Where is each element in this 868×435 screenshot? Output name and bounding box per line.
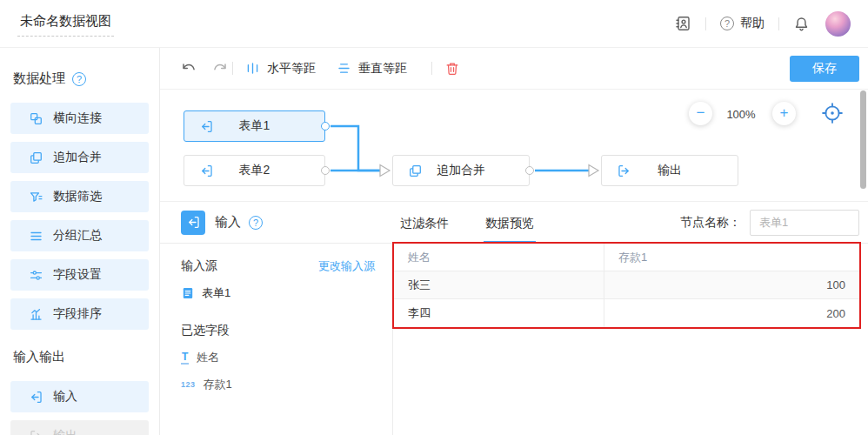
- redo-button[interactable]: [212, 60, 229, 77]
- tab-filter-conditions[interactable]: 过滤条件: [398, 202, 451, 244]
- node-name-input[interactable]: [750, 210, 859, 236]
- join-icon: [29, 111, 43, 126]
- input-icon: [29, 390, 43, 405]
- app-window: 未命名数据视图 ? 帮助 数据处理 ? 横向连接: [0, 0, 868, 435]
- locate-center-button[interactable]: [821, 102, 844, 124]
- help-label: 帮助: [740, 16, 765, 31]
- output-port[interactable]: [525, 166, 534, 175]
- sidebar-item-label: 字段设置: [53, 267, 102, 283]
- sidebar-item-field-settings[interactable]: 字段设置: [10, 259, 149, 291]
- body: 数据处理 ? 横向连接 追加合并 数据筛选 分组汇总 字段设置: [0, 48, 868, 435]
- field-sort-icon: [29, 307, 43, 322]
- horizontal-spacing-icon: [245, 61, 260, 76]
- undo-button[interactable]: [180, 60, 197, 77]
- zoom-in-button[interactable]: +: [772, 102, 796, 125]
- bell-icon[interactable]: [793, 16, 810, 32]
- field-item-deposit1[interactable]: 123 存款1: [181, 377, 375, 392]
- panel-header: 输入 ? 过滤条件 数据预览 节点名称：: [160, 202, 868, 244]
- panel-tabs: 过滤条件 数据预览: [398, 202, 569, 244]
- append-merge-icon: [408, 164, 423, 178]
- horizontal-spacing-label: 水平等距: [267, 61, 316, 77]
- sidebar-item-label: 分组汇总: [53, 228, 102, 244]
- node-output[interactable]: 输出: [601, 155, 738, 186]
- node-name-group: 节点名称：: [680, 210, 859, 236]
- input-icon: [199, 119, 214, 134]
- sidebar-item-label: 数据筛选: [53, 189, 102, 204]
- number-field-icon: 123: [181, 380, 196, 389]
- question-circle-icon[interactable]: ?: [249, 216, 263, 230]
- selected-fields-label: 已选字段: [181, 323, 375, 338]
- save-button[interactable]: 保存: [790, 56, 859, 82]
- node-form1[interactable]: 表单1: [184, 110, 325, 142]
- field-name: 姓名: [197, 350, 219, 365]
- annotation-red-box: 姓名 存款1 张三 100 李四 200: [392, 242, 861, 329]
- output-icon: [617, 164, 631, 178]
- sidebar-item-output: 输出: [10, 420, 149, 435]
- avatar[interactable]: [825, 11, 851, 37]
- zoom-out-button[interactable]: −: [689, 102, 712, 125]
- vertical-spacing-button[interactable]: 垂直等距: [337, 61, 407, 77]
- sidebar-item-label: 横向连接: [53, 110, 102, 126]
- help-button[interactable]: ? 帮助: [720, 16, 765, 31]
- address-book-icon[interactable]: [674, 15, 691, 32]
- column-header: 姓名: [394, 244, 604, 271]
- node-label: 追加合并: [437, 163, 485, 178]
- vertical-spacing-icon: [337, 61, 351, 76]
- cell-value: 100: [604, 271, 859, 298]
- sidebar-item-label: 字段排序: [53, 306, 102, 322]
- vertical-spacing-label: 垂直等距: [358, 61, 407, 77]
- source-form-name: 表单1: [202, 285, 230, 301]
- sidebar-item-field-sort[interactable]: 字段排序: [10, 298, 149, 330]
- sidebar-item-append-merge[interactable]: 追加合并: [10, 142, 149, 173]
- top-header: 未命名数据视图 ? 帮助: [0, 0, 868, 48]
- divider: [705, 17, 706, 30]
- node-form2[interactable]: 表单2: [184, 155, 325, 186]
- sidebar-item-label: 输出: [53, 428, 77, 435]
- table-row: 李四 200: [394, 299, 859, 327]
- input-source-label: 输入源: [181, 258, 217, 274]
- tab-data-preview[interactable]: 数据预览: [484, 202, 536, 244]
- sidebar-section-title-input-output: 输入输出: [13, 349, 149, 365]
- header-actions: ? 帮助: [674, 11, 851, 37]
- table-header-row: 姓名 存款1: [394, 244, 859, 271]
- text-field-icon: T: [181, 351, 189, 365]
- node-label: 表单2: [239, 163, 270, 178]
- crosshair-icon: [821, 102, 844, 124]
- cell-value: 200: [604, 299, 859, 327]
- page-title[interactable]: 未命名数据视图: [17, 11, 114, 37]
- sidebar-item-label: 追加合并: [53, 150, 102, 165]
- sidebar-item-label: 输入: [53, 389, 77, 405]
- delete-button[interactable]: [444, 61, 460, 77]
- undo-icon: [180, 60, 197, 77]
- change-source-link[interactable]: 更改输入源: [318, 258, 375, 274]
- question-circle-icon[interactable]: ?: [72, 72, 86, 86]
- cell-name: 张三: [394, 271, 604, 298]
- sidebar-item-filter[interactable]: 数据筛选: [10, 181, 149, 212]
- node-append-merge[interactable]: 追加合并: [392, 155, 530, 186]
- node-config-panel: 输入 ? 过滤条件 数据预览 节点名称： 输入源: [160, 202, 868, 435]
- group-summary-icon: [29, 229, 43, 244]
- output-port[interactable]: [321, 166, 330, 175]
- node-label: 表单1: [239, 118, 270, 134]
- panel-body: 输入源 更改输入源 表单1 已选字段 T 姓名 1: [160, 244, 868, 435]
- sidebar: 数据处理 ? 横向连接 追加合并 数据筛选 分组汇总 字段设置: [0, 48, 160, 435]
- cell-name: 李四: [394, 299, 604, 327]
- form-doc-icon: [181, 286, 195, 300]
- vertical-scrollbar[interactable]: [860, 90, 866, 189]
- flow-canvas[interactable]: 表单1 表单2 追加合并 输出 − 100%: [160, 90, 868, 202]
- sidebar-item-input[interactable]: 输入: [10, 381, 149, 412]
- filter-icon: [29, 190, 43, 204]
- sidebar-item-join[interactable]: 横向连接: [10, 103, 149, 134]
- sidebar-item-group-summary[interactable]: 分组汇总: [10, 220, 149, 251]
- redo-icon: [212, 60, 229, 77]
- input-icon: [186, 215, 201, 230]
- zoom-level: 100%: [712, 108, 770, 121]
- output-port[interactable]: [321, 122, 330, 130]
- horizontal-spacing-button[interactable]: 水平等距: [245, 61, 316, 77]
- sidebar-section-title-data-processing: 数据处理 ?: [13, 70, 149, 87]
- question-circle-icon: ?: [720, 17, 734, 30]
- field-settings-icon: [29, 268, 43, 283]
- divider: [232, 62, 233, 75]
- source-form-item[interactable]: 表单1: [181, 285, 375, 301]
- field-item-name[interactable]: T 姓名: [181, 350, 375, 365]
